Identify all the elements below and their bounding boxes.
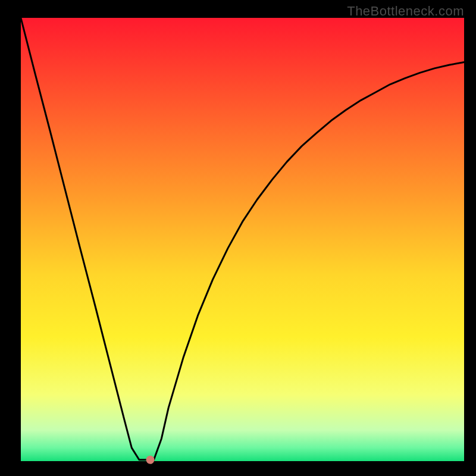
- plot-background: [21, 18, 464, 461]
- bottleneck-chart: [0, 0, 476, 476]
- chart-frame: TheBottleneck.com: [0, 0, 476, 476]
- watermark-label: TheBottleneck.com: [347, 4, 464, 19]
- optimal-point-marker: [146, 456, 155, 464]
